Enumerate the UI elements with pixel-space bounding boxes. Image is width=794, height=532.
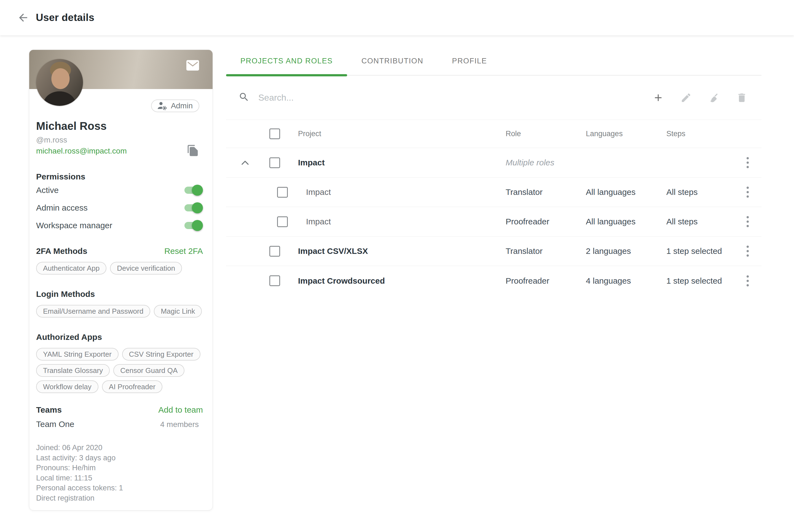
languages-value: 4 languages	[586, 276, 666, 286]
user-email[interactable]: michael.ross@impact.com	[36, 147, 203, 155]
toggle-knob	[192, 220, 203, 231]
active-toggle[interactable]	[185, 187, 202, 194]
collapse-row-button[interactable]	[226, 160, 257, 165]
pencil-icon	[680, 92, 692, 103]
languages-value: All languages	[586, 217, 666, 226]
delete-button[interactable]	[736, 92, 748, 103]
back-button[interactable]	[14, 9, 32, 26]
row-checkbox[interactable]	[269, 157, 280, 168]
teams-heading: Teams	[36, 405, 62, 415]
column-languages: Languages	[586, 130, 666, 138]
send-email-button[interactable]	[186, 60, 199, 71]
row-menu-button[interactable]	[745, 274, 751, 288]
column-role: Role	[506, 130, 586, 138]
row-menu-button[interactable]	[745, 155, 751, 170]
row-checkbox[interactable]	[277, 187, 288, 198]
toggle-row-active: Active	[36, 182, 202, 199]
row-menu-button[interactable]	[745, 185, 751, 199]
chip-magic-link: Magic Link	[154, 305, 202, 318]
column-project: Project	[291, 130, 506, 138]
row-menu-button[interactable]	[745, 244, 751, 258]
tab-contribution[interactable]: CONTRIBUTION	[347, 47, 438, 75]
search-input[interactable]	[258, 93, 652, 103]
copy-icon	[187, 144, 199, 157]
steps-value: All steps	[666, 187, 734, 197]
team-members-count: 4 members	[160, 420, 199, 429]
broom-icon	[708, 92, 720, 103]
permissions-heading: Permissions	[36, 172, 203, 182]
chip-translate-glossary: Translate Glossary	[36, 364, 110, 377]
user-name: Michael Ross	[36, 120, 203, 132]
team-row: Team One 4 members	[36, 420, 199, 429]
project-name: Impact CSV/XLSX	[291, 246, 506, 256]
toggle-row-admin-access: Admin access	[36, 199, 202, 217]
admin-badge-label: Admin	[171, 101, 193, 110]
projects-panel: PROJECTS AND ROLES CONTRIBUTION PROFILE	[226, 47, 761, 296]
user-handle: @m.ross	[36, 136, 203, 145]
meta-registration: Direct registration	[36, 493, 203, 504]
add-to-team-link[interactable]: Add to team	[158, 405, 203, 415]
toggle-row-workspace-manager: Workspace manager	[36, 217, 202, 234]
role-value: Proofreader	[506, 276, 586, 286]
copy-email-button[interactable]	[186, 144, 199, 158]
role-value: Translator	[506, 187, 586, 197]
tab-profile[interactable]: PROFILE	[438, 47, 502, 75]
reset-2fa-link[interactable]: Reset 2FA	[164, 246, 203, 256]
meta-local-time: Local time: 11:15	[36, 473, 203, 483]
authorized-apps-heading: Authorized Apps	[36, 332, 203, 342]
identity-block: Michael Ross @m.ross michael.ross@impact…	[36, 120, 203, 155]
select-all-checkbox[interactable]	[269, 129, 280, 139]
trash-icon	[736, 92, 748, 103]
twofa-chips: Authenticator App Device verification	[36, 262, 203, 274]
admin-user-gear-icon	[157, 100, 168, 111]
teams-section-header: Teams Add to team	[36, 405, 203, 415]
app-header: User details	[0, 0, 794, 35]
row-menu-button[interactable]	[745, 214, 751, 229]
admin-badge: Admin	[151, 99, 199, 112]
user-card: Admin Michael Ross @m.ross michael.ross@…	[29, 50, 213, 511]
chip-csv-string-exporter: CSV String Exporter	[122, 348, 201, 361]
admin-access-toggle[interactable]	[185, 204, 202, 211]
edit-button[interactable]	[680, 92, 692, 103]
toggle-knob	[192, 202, 203, 213]
add-button[interactable]	[652, 92, 664, 103]
chip-yaml-string-exporter: YAML String Exporter	[36, 348, 118, 361]
column-steps: Steps	[666, 130, 734, 138]
row-checkbox[interactable]	[269, 276, 280, 286]
table-row: Impact Crowdsourced Proofreader 4 langua…	[226, 266, 761, 296]
toolbar-actions	[652, 92, 748, 103]
table-row: Impact CSV/XLSX Translator 2 languages 1…	[226, 236, 761, 266]
row-checkbox[interactable]	[269, 246, 280, 256]
chip-workflow-delay: Workflow delay	[36, 380, 98, 393]
login-methods-heading: Login Methods	[36, 289, 203, 299]
search-icon	[239, 92, 249, 103]
steps-value: 1 step selected	[666, 246, 734, 256]
project-name: Impact	[291, 217, 506, 226]
steps-value: 1 step selected	[666, 276, 734, 286]
meta-joined: Joined: 06 Apr 2020	[36, 443, 203, 453]
table-row: Impact Multiple roles	[226, 148, 761, 177]
toggle-knob	[192, 185, 203, 196]
meta-last-activity: Last activity: 3 days ago	[36, 453, 203, 463]
table-toolbar	[226, 76, 761, 120]
team-name[interactable]: Team One	[36, 420, 74, 429]
chip-email-password: Email/Username and Password	[36, 305, 150, 318]
toggle-label: Workspace manager	[36, 221, 112, 230]
twofa-section-header: 2FA Methods Reset 2FA	[36, 246, 203, 256]
toggle-label: Active	[36, 186, 59, 195]
table-header: Project Role Languages Steps	[226, 120, 761, 148]
workspace-manager-toggle[interactable]	[185, 222, 202, 229]
page-title: User details	[36, 12, 94, 23]
authorized-app-chips: YAML String Exporter CSV String Exporter…	[36, 348, 203, 393]
user-meta: Joined: 06 Apr 2020 Last activity: 3 day…	[36, 443, 203, 503]
languages-value: All languages	[586, 187, 666, 197]
tab-bar: PROJECTS AND ROLES CONTRIBUTION PROFILE	[226, 47, 761, 76]
toggle-label: Admin access	[36, 203, 88, 212]
chip-ai-proofreader: AI Proofreader	[102, 380, 163, 393]
clean-button[interactable]	[708, 92, 720, 103]
meta-access-tokens: Personal access tokens: 1	[36, 483, 203, 493]
steps-value: All steps	[666, 217, 734, 226]
tab-projects-and-roles[interactable]: PROJECTS AND ROLES	[226, 47, 347, 75]
row-checkbox[interactable]	[277, 216, 288, 227]
login-method-chips: Email/Username and Password Magic Link	[36, 305, 203, 318]
